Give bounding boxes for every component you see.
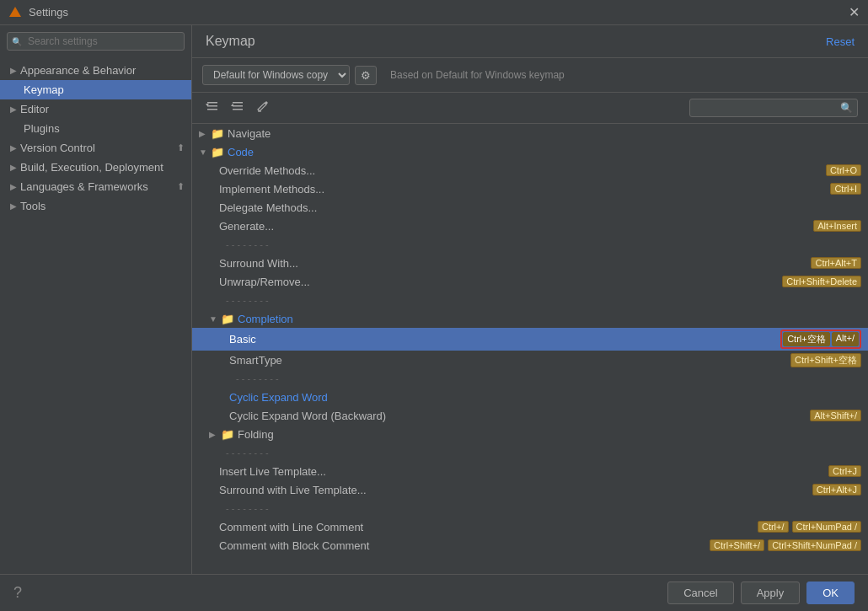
svg-rect-7 xyxy=(233,109,243,110)
sidebar-item-label: Plugins xyxy=(24,122,60,135)
tree-expand-icon: ▶ xyxy=(209,430,219,439)
tree-row[interactable]: Surround with Live Template... Ctrl+Alt+… xyxy=(192,480,868,499)
keymap-toolbar: 🔍 xyxy=(192,93,868,124)
collapse-all-button[interactable] xyxy=(228,98,248,118)
shortcuts: Ctrl+Shift+/ Ctrl+Shift+NumPad / xyxy=(710,539,861,551)
shortcut-badge: Ctrl+Shift+NumPad / xyxy=(768,539,861,551)
expand-arrow-icon: ▶ xyxy=(10,66,17,75)
sidebar-search-container xyxy=(7,32,185,51)
separator-label: - - - - - - - - xyxy=(226,295,269,305)
tree-row[interactable]: SmartType Ctrl+Shift+空格 xyxy=(192,351,868,369)
shortcut-badge: Ctrl+Shift+空格 xyxy=(790,353,861,367)
separator-label: - - - - - - - - xyxy=(226,503,269,513)
tree-row[interactable]: ▶ 📁 Folding xyxy=(192,425,868,443)
shortcut-highlight-box: Ctrl+空格 Alt+/ xyxy=(780,330,861,349)
tree-expand-icon: ▼ xyxy=(209,314,219,324)
edit-shortcut-button[interactable] xyxy=(253,98,273,118)
expand-all-icon xyxy=(206,99,219,113)
edit-icon xyxy=(256,99,270,113)
tree-row[interactable]: ▶ 📁 Navigate xyxy=(192,124,868,142)
vcs-icon: ⬆ xyxy=(177,142,185,153)
help-button[interactable]: ? xyxy=(13,584,22,602)
separator-label: - - - - - - - - xyxy=(236,373,279,383)
folder-icon: 📁 xyxy=(211,127,224,140)
keymap-gear-button[interactable]: ⚙ xyxy=(355,66,377,85)
tree-expand-icon: ▶ xyxy=(199,129,209,138)
separator-label: - - - - - - - - xyxy=(226,239,269,249)
app-icon xyxy=(8,6,22,19)
cancel-button[interactable]: Cancel xyxy=(667,582,733,604)
expand-arrow-icon: ▶ xyxy=(10,182,17,191)
sidebar-item-label: Version Control xyxy=(20,142,95,154)
footer-buttons: Cancel Apply OK xyxy=(667,582,855,604)
tree-item-label: Code xyxy=(228,146,861,158)
shortcuts: Ctrl+Alt+T xyxy=(811,257,861,269)
shortcuts: Ctrl+Shift+Delete xyxy=(782,276,861,287)
tree-row[interactable]: Basic Ctrl+空格 Alt+/ xyxy=(192,328,868,351)
folder-icon: 📁 xyxy=(221,428,234,441)
tree-item-label: Navigate xyxy=(228,127,861,140)
sidebar-item-label: Tools xyxy=(20,200,46,212)
shortcuts: Ctrl+空格 Alt+/ xyxy=(780,330,861,349)
sidebar-item-languages[interactable]: ▶ Languages & Frameworks ⬆ xyxy=(0,177,191,196)
sidebar-item-versioncontrol[interactable]: ▶ Version Control ⬆ xyxy=(0,138,191,158)
tree-item-label: Unwrap/Remove... xyxy=(219,276,782,288)
sidebar-nav: ▶ Appearance & Behavior Keymap ▶ Editor … xyxy=(0,57,191,219)
shortcuts: Ctrl+Shift+空格 xyxy=(790,353,861,367)
shortcuts: Ctrl+Alt+J xyxy=(812,484,861,496)
tree-item-label: Insert Live Template... xyxy=(219,465,828,478)
tree-row[interactable]: Unwrap/Remove... Ctrl+Shift+Delete xyxy=(192,272,868,291)
tree-item-label: Implement Methods... xyxy=(219,183,830,196)
dialog-footer: ? Cancel Apply OK xyxy=(0,574,868,611)
shortcut-badge: Ctrl+/ xyxy=(758,521,789,533)
keymap-controls: Default for Windows copy ⚙ Based on Defa… xyxy=(192,58,868,93)
close-button[interactable]: ✕ xyxy=(849,4,860,20)
tree-item-label: Comment with Line Comment xyxy=(219,521,758,533)
shortcut-badge: Ctrl+NumPad / xyxy=(792,521,861,533)
main-header: Keymap Reset xyxy=(192,25,868,58)
shortcuts: Ctrl+I xyxy=(830,183,861,195)
expand-arrow-icon: ▶ xyxy=(10,201,17,211)
expand-all-button[interactable] xyxy=(202,98,222,118)
tree-row[interactable]: Comment with Block Comment Ctrl+Shift+/ … xyxy=(192,536,868,555)
tree-search-input[interactable] xyxy=(689,99,858,117)
tree-row[interactable]: Cyclic Expand Word (Backward) Alt+Shift+… xyxy=(192,406,868,425)
tree-row[interactable]: ▼ 📁 Completion xyxy=(192,309,868,328)
reset-button[interactable]: Reset xyxy=(826,35,855,48)
tree-row[interactable]: Delegate Methods... xyxy=(192,198,868,217)
page-title: Keymap xyxy=(206,34,255,49)
sidebar-item-tools[interactable]: ▶ Tools xyxy=(0,196,191,216)
sidebar-item-appearance[interactable]: ▶ Appearance & Behavior xyxy=(0,61,191,80)
collapse-all-icon xyxy=(231,99,244,113)
sidebar: ▶ Appearance & Behavior Keymap ▶ Editor … xyxy=(0,25,192,574)
apply-button[interactable]: Apply xyxy=(741,582,801,604)
main-panel: Keymap Reset Default for Windows copy ⚙ … xyxy=(192,25,868,574)
sidebar-item-build[interactable]: ▶ Build, Execution, Deployment xyxy=(0,158,191,177)
tree-row[interactable]: ▼ 📁 Code xyxy=(192,142,868,161)
tree-row[interactable]: Surround With... Ctrl+Alt+T xyxy=(192,254,868,272)
shortcuts: Alt+Insert xyxy=(813,220,861,232)
toolbar-actions xyxy=(202,98,273,118)
tree-row[interactable]: Cyclic Expand Word xyxy=(192,388,868,406)
tree-search-icon[interactable]: 🔍 xyxy=(840,102,853,114)
sidebar-item-keymap[interactable]: Keymap xyxy=(0,80,191,99)
shortcut-badge: Alt+Insert xyxy=(813,220,861,232)
sidebar-item-label: Build, Execution, Deployment xyxy=(20,161,163,174)
tree-row[interactable]: Override Methods... Ctrl+O xyxy=(192,161,868,180)
tree-row[interactable]: Comment with Line Comment Ctrl+/ Ctrl+Nu… xyxy=(192,517,868,536)
dialog-title: Settings xyxy=(29,6,849,19)
tree-row[interactable]: Generate... Alt+Insert xyxy=(192,217,868,235)
tree-item-label: Delegate Methods... xyxy=(219,201,861,214)
tree-separator: - - - - - - - - xyxy=(192,291,868,309)
ok-button[interactable]: OK xyxy=(806,582,855,604)
tree-item-label: Comment with Block Comment xyxy=(219,539,710,552)
shortcut-badge: Ctrl+I xyxy=(830,183,861,195)
keymap-select[interactable]: Default for Windows copy xyxy=(202,65,350,85)
tree-row[interactable]: Insert Live Template... Ctrl+J xyxy=(192,462,868,480)
tree-row[interactable]: Implement Methods... Ctrl+I xyxy=(192,180,868,198)
sidebar-item-plugins[interactable]: Plugins xyxy=(0,119,191,138)
folder-icon: 📁 xyxy=(221,313,234,325)
sidebar-search-wrap xyxy=(0,25,191,57)
sidebar-search-input[interactable] xyxy=(7,32,185,51)
sidebar-item-editor[interactable]: ▶ Editor xyxy=(0,99,191,119)
